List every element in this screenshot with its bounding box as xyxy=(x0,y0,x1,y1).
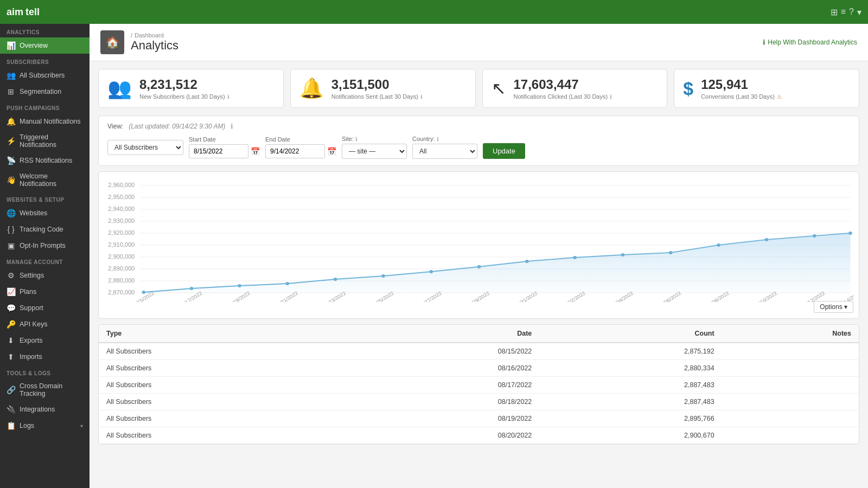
triggered-icon: ⚡ xyxy=(7,137,15,145)
section-websites-setup: WEBSITES & SETUP xyxy=(0,191,90,205)
start-date-input[interactable] xyxy=(189,144,248,158)
cell-notes xyxy=(722,377,859,394)
country-label: Country: ℹ xyxy=(412,136,477,142)
sidebar-item-label: Cross Domain Tracking xyxy=(20,382,83,397)
main-content: 🏠 / Dashboard Analytics ℹ Help With Dash… xyxy=(90,24,868,488)
svg-point-23 xyxy=(238,284,241,287)
table-row: All Subscribers 08/19/2022 2,895,766 xyxy=(99,410,859,427)
table-row: All Subscribers 08/16/2022 2,880,334 xyxy=(99,360,859,377)
cell-notes xyxy=(722,343,859,360)
home-icon[interactable]: 🏠 xyxy=(100,30,124,54)
sidebar-item-integrations[interactable]: 🔌 Integrations xyxy=(0,401,90,418)
stat-cards: 👥 8,231,512 New Subscribers (Last 30 Day… xyxy=(90,61,868,115)
sidebar-item-label: Opt-In Prompts xyxy=(20,242,83,249)
end-date-row: 📅 xyxy=(265,144,336,158)
help-link[interactable]: ℹ Help With Dashboard Analytics xyxy=(763,38,857,46)
cell-notes xyxy=(722,360,859,377)
col-count: Count xyxy=(539,325,722,343)
svg-text:2,930,000: 2,930,000 xyxy=(108,218,135,224)
data-table: Type Date Count Notes All Subscribers 08… xyxy=(98,324,859,445)
sidebar-item-support[interactable]: 💬 Support xyxy=(0,300,90,316)
view-select-group: All Subscribers xyxy=(107,140,183,155)
warning-icon: ⚠ xyxy=(777,94,782,100)
sidebar-item-rss-notifications[interactable]: 📡 RSS Notifications xyxy=(0,152,90,169)
sidebar-item-triggered-notifications[interactable]: ⚡ Triggered Notifications xyxy=(0,130,90,152)
calendar-icon[interactable]: 📅 xyxy=(251,147,260,156)
cell-count: 2,887,483 xyxy=(539,377,722,394)
svg-point-32 xyxy=(669,251,673,254)
sidebar-item-opt-in-prompts[interactable]: ▣ Opt-In Prompts xyxy=(0,237,90,254)
svg-point-22 xyxy=(190,287,194,290)
sidebar-item-label: RSS Notifications xyxy=(20,157,83,164)
sidebar-item-tracking-code[interactable]: { } Tracking Code xyxy=(0,221,90,237)
stat-card-content: 8,231,512 New Subscribers (Last 30 Days)… xyxy=(139,77,229,100)
end-date-group: End Date 📅 xyxy=(265,136,336,158)
filter-controls: All Subscribers Start Date 📅 End Date 📅 xyxy=(107,136,850,159)
update-button[interactable]: Update xyxy=(483,143,525,159)
stat-card-content: 17,603,447 Notifications Clicked (Last 3… xyxy=(514,77,612,100)
sidebar-item-overview[interactable]: 📊 Overview xyxy=(0,37,90,54)
section-manage-account: MANAGE ACCOUNT xyxy=(0,254,90,267)
sidebar-item-settings[interactable]: ⚙ Settings xyxy=(0,267,90,284)
clicked-value: 17,603,447 xyxy=(514,77,612,92)
logo-tell-text: tell xyxy=(25,7,40,18)
sidebar-item-label: Segmentation xyxy=(20,88,83,95)
top-nav-right: ⊞ ≡ ? ▾ xyxy=(831,7,861,17)
svg-point-24 xyxy=(285,282,289,285)
cell-type: All Subscribers xyxy=(99,343,342,360)
calendar-icon[interactable]: 📅 xyxy=(327,147,336,156)
svg-text:2,900,000: 2,900,000 xyxy=(108,254,135,260)
chart-options-button[interactable]: Options ▾ xyxy=(814,301,853,313)
svg-text:2,940,000: 2,940,000 xyxy=(108,206,135,212)
site-select[interactable]: — site — xyxy=(342,144,407,159)
end-date-input[interactable] xyxy=(265,144,325,158)
expand-icon[interactable]: ▾ xyxy=(857,7,861,17)
table-header-row: Type Date Count Notes xyxy=(99,325,859,343)
sidebar-item-welcome-notifications[interactable]: 👋 Welcome Notifications xyxy=(0,169,90,191)
info-icon: ℹ xyxy=(227,94,229,100)
logo: aimtell xyxy=(7,7,40,18)
table-row: All Subscribers 08/20/2022 2,900,670 xyxy=(99,427,859,444)
help-icon[interactable]: ? xyxy=(849,7,854,17)
bars-icon[interactable]: ≡ xyxy=(841,7,846,17)
svg-point-27 xyxy=(429,270,433,273)
sidebar-item-label: Exports xyxy=(20,337,83,344)
cell-date: 08/16/2022 xyxy=(342,360,539,377)
cell-count: 2,887,483 xyxy=(539,394,722,410)
svg-text:2,960,000: 2,960,000 xyxy=(108,182,135,188)
sidebar-item-logs[interactable]: 📋 Logs ▾ xyxy=(0,418,90,434)
sidebar-item-segmentation[interactable]: ⊞ Segmentation xyxy=(0,84,90,100)
svg-point-29 xyxy=(525,260,529,263)
page-title: Analytics xyxy=(131,38,178,53)
sidebar-item-api-keys[interactable]: 🔑 API Keys xyxy=(0,316,90,332)
sidebar-item-label: Manual Notifications xyxy=(20,118,83,125)
view-label: View: xyxy=(107,123,123,130)
stat-card-clicked: ↖ 17,603,447 Notifications Clicked (Last… xyxy=(482,69,668,108)
plans-icon: 📈 xyxy=(7,287,15,296)
subscribers-label: New Subscribers (Last 30 Days) ℹ xyxy=(139,93,229,100)
stat-card-content: 3,151,500 Notifications Sent (Last 30 Da… xyxy=(331,77,423,100)
country-select[interactable]: All xyxy=(412,144,477,159)
subscribers-value: 8,231,512 xyxy=(139,77,229,92)
sidebar-item-cross-domain[interactable]: 🔗 Cross Domain Tracking xyxy=(0,378,90,401)
table-row: All Subscribers 08/18/2022 2,887,483 xyxy=(99,394,859,410)
start-date-row: 📅 xyxy=(189,144,260,158)
cell-type: All Subscribers xyxy=(99,360,342,377)
subscribers-icon: 👥 xyxy=(7,71,15,80)
update-btn-wrapper: Update xyxy=(483,136,525,159)
sidebar-item-manual-notifications[interactable]: 🔔 Manual Notifications xyxy=(0,113,90,130)
view-select[interactable]: All Subscribers xyxy=(107,140,183,155)
sidebar-item-label: Integrations xyxy=(20,406,83,413)
cell-type: All Subscribers xyxy=(99,394,342,410)
grid-icon[interactable]: ⊞ xyxy=(831,7,838,17)
settings-icon: ⚙ xyxy=(7,271,15,280)
site-label: Site: ℹ xyxy=(342,136,407,142)
section-analytics: ANALYTICS xyxy=(0,24,90,37)
end-date-label: End Date xyxy=(265,136,336,143)
cell-count: 2,900,670 xyxy=(539,427,722,444)
sidebar-item-all-subscribers[interactable]: 👥 All Subscribers xyxy=(0,67,90,84)
sidebar-item-websites[interactable]: 🌐 Websites xyxy=(0,205,90,221)
sidebar-item-exports[interactable]: ⬇ Exports xyxy=(0,332,90,349)
sidebar-item-plans[interactable]: 📈 Plans xyxy=(0,284,90,300)
sidebar-item-imports[interactable]: ⬆ Imports xyxy=(0,349,90,365)
